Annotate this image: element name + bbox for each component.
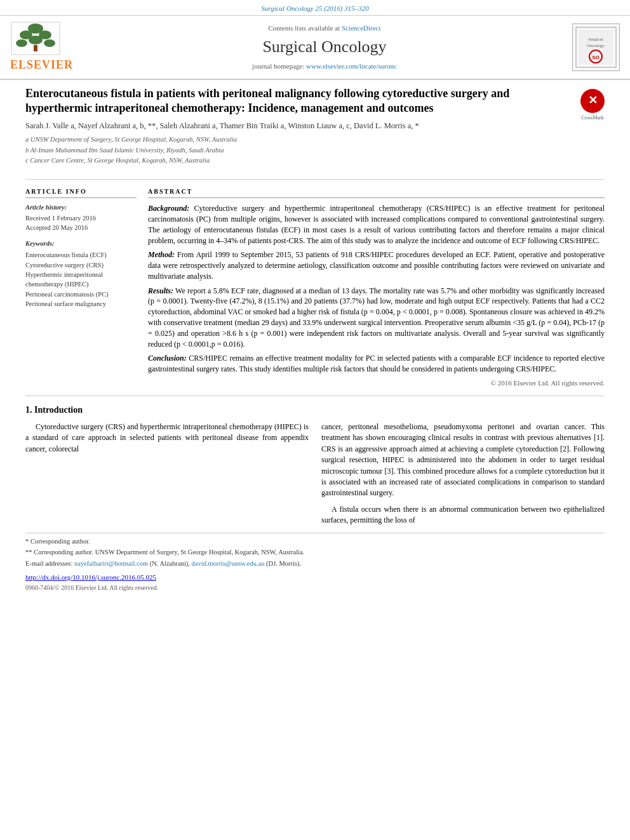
elsevier-logo: ELSEVIER <box>10 21 86 73</box>
separator-1 <box>25 179 605 180</box>
intro-right-text-2: A fistula occurs when there is an abnorm… <box>321 505 605 524</box>
intro-right-text: cancer, peritoneal mesothelioma, pseudom… <box>321 422 605 497</box>
page-container: Surgical Oncology 25 (2016) 315–320 ELSE… <box>0 0 630 840</box>
intro-right-para-2: A fistula occurs when there is an abnorm… <box>321 504 605 526</box>
svg-point-6 <box>44 39 55 47</box>
doi-link[interactable]: http://dx.doi.org/10.1016/j.suronc.2016.… <box>25 573 156 581</box>
journal-homepage-line: journal homepage: www.elsevier.com/locat… <box>86 62 563 71</box>
authors-line: Sarah J. Valle a, Nayef Alzahrani a, b, … <box>25 121 572 132</box>
footnote-corresponding-1: * Corresponding author. <box>25 537 605 547</box>
footnote-section: * Corresponding author. ** Corresponding… <box>25 533 605 592</box>
footnote-corresponding-2: ** Corresponding author. UNSW Department… <box>25 548 605 557</box>
keyword-5: Peritoneal surface malignancy <box>25 300 137 309</box>
abstract-conclusion: Conclusion: CRS/HIPEC remains an effecti… <box>148 353 605 375</box>
crossmark-badge: ✕ <box>580 89 605 113</box>
journal-info-center: Contents lists available at ScienceDirec… <box>86 23 563 71</box>
abstract-results: Results: We report a 5.8% ECF rate, diag… <box>148 286 605 350</box>
abstract-section: Background: Cytoreductive surgery and hy… <box>148 203 605 388</box>
article-info-column: ARTICLE INFO Article history: Received 1… <box>25 187 137 388</box>
intro-number: 1. <box>25 405 32 415</box>
elsevier-wordmark: ELSEVIER <box>10 57 73 73</box>
keyword-1: Enterocutaneous fistula (ECF) <box>25 251 137 260</box>
keywords-label: Keywords: <box>25 239 137 249</box>
crossmark-label: CrossMark <box>580 114 605 121</box>
separator-2 <box>25 396 605 396</box>
journal-reference: Surgical Oncology 25 (2016) 315–320 <box>261 4 368 12</box>
intro-title-text: Introduction <box>34 405 83 415</box>
method-label: Method: <box>148 250 175 259</box>
results-label: Results: <box>148 286 173 295</box>
affiliation-a: a UNSW Department of Surgery, St George … <box>25 135 572 145</box>
abstract-column: ABSTRACT Background: Cytoreductive surge… <box>148 187 605 388</box>
background-label: Background: <box>148 204 189 213</box>
journal-homepage-link[interactable]: www.elsevier.com/locate/suronc <box>306 62 397 70</box>
accepted-date: Accepted 20 May 2016 <box>25 223 137 233</box>
journal-logo-svg: Surgical Oncology SO <box>575 27 617 68</box>
crossmark-section: ✕ CrossMark <box>580 89 605 121</box>
svg-text:SO: SO <box>592 55 600 60</box>
keyword-2: Cytoreductive surgery (CRS) <box>25 261 137 270</box>
sciencedirect-link[interactable]: ScienceDirect <box>342 24 381 32</box>
journal-header: ELSEVIER Contents lists available at Sci… <box>0 16 630 79</box>
journal-logo-right: Surgical Oncology SO <box>563 23 620 71</box>
intro-para-1: Cytoreductive surgery (CRS) and hyperthe… <box>25 422 309 455</box>
email2-name: (DJ. Morris). <box>266 560 301 567</box>
intro-title: 1. Introduction <box>25 404 605 417</box>
copyright-line: © 2016 Elsevier Ltd. All rights reserved… <box>148 378 605 388</box>
abstract-label: ABSTRACT <box>148 187 605 198</box>
article-info-abstract: ARTICLE INFO Article history: Received 1… <box>25 187 605 388</box>
introduction-section: 1. Introduction Cytoreductive surgery (C… <box>25 404 605 526</box>
issn-line: 0960-7404/© 2016 Elsevier Ltd. All right… <box>25 583 605 592</box>
history-label: Article history: <box>25 203 137 213</box>
article-info-label: ARTICLE INFO <box>25 187 137 198</box>
conclusion-label: Conclusion: <box>148 354 187 363</box>
body-two-col: Cytoreductive surgery (CRS) and hyperthe… <box>25 422 605 526</box>
email-label: E-mail addresses: <box>25 560 72 567</box>
journal-title: Surgical Oncology <box>86 36 563 58</box>
elsevier-tree-icon <box>10 21 61 56</box>
email1-name: (N. Alzahrani), <box>150 560 190 567</box>
abstract-method: Method: From April 1999 to September 201… <box>148 250 605 281</box>
email-link-2[interactable]: david.morris@unsw.edu.au <box>192 560 265 567</box>
svg-text:Oncology: Oncology <box>587 43 605 48</box>
received-date: Received 1 February 2016 <box>25 214 137 223</box>
background-text: Cytoreductive surgery and hyperthermic i… <box>148 204 605 244</box>
article-title-text: Enterocutaneous fistula in patients with… <box>25 86 572 167</box>
svg-point-5 <box>29 36 43 44</box>
article-content: Enterocutaneous fistula in patients with… <box>0 80 630 599</box>
svg-point-4 <box>16 39 27 47</box>
intro-right-para-1: cancer, peritoneal mesothelioma, pseudom… <box>321 422 605 499</box>
doi-line: http://dx.doi.org/10.1016/j.suronc.2016.… <box>25 573 605 582</box>
body-left-col: Cytoreductive surgery (CRS) and hyperthe… <box>25 422 309 526</box>
footnote-email: E-mail addresses: nayefalhariri@hotmail.… <box>25 559 605 569</box>
keyword-3: Hyperthermic intraperitoneal chemotherap… <box>25 270 137 289</box>
authors-text: Sarah J. Valle a, Nayef Alzahrani a, b, … <box>25 121 419 130</box>
sciencedirect-line: Contents lists available at ScienceDirec… <box>86 23 563 33</box>
keywords-block: Keywords: Enterocutaneous fistula (ECF) … <box>25 239 137 309</box>
svg-rect-7 <box>34 45 37 51</box>
results-text: We report a 5.8% ECF rate, diagnosed at … <box>148 286 605 349</box>
affiliations: a UNSW Department of Surgery, St George … <box>25 135 572 166</box>
article-history-block: Article history: Received 1 February 201… <box>25 203 137 233</box>
elsevier-logo-section: ELSEVIER <box>10 21 86 73</box>
journal-reference-bar: Surgical Oncology 25 (2016) 315–320 <box>0 0 630 16</box>
method-text: From April 1999 to September 2015, 53 pa… <box>148 250 605 281</box>
article-title-section: Enterocutaneous fistula in patients with… <box>25 86 605 172</box>
svg-text:Surgical: Surgical <box>588 37 603 42</box>
body-right-col: cancer, peritoneal mesothelioma, pseudom… <box>321 422 605 526</box>
keyword-4: Peritoneal carcinomatosis (PC) <box>25 290 137 300</box>
affiliation-b: b Al-Imam Muhammad Ibn Saud Islamic Univ… <box>25 145 572 156</box>
abstract-background: Background: Cytoreductive surgery and hy… <box>148 203 605 246</box>
journal-logo-image: Surgical Oncology SO <box>572 23 620 71</box>
conclusion-text: CRS/HIPEC remains an effective treatment… <box>148 354 605 373</box>
affiliation-c: c Cancer Care Centre, St George Hospital… <box>25 156 572 166</box>
email-link-1[interactable]: nayefalhariri@hotmail.com <box>74 560 148 567</box>
article-title: Enterocutaneous fistula in patients with… <box>25 86 572 116</box>
